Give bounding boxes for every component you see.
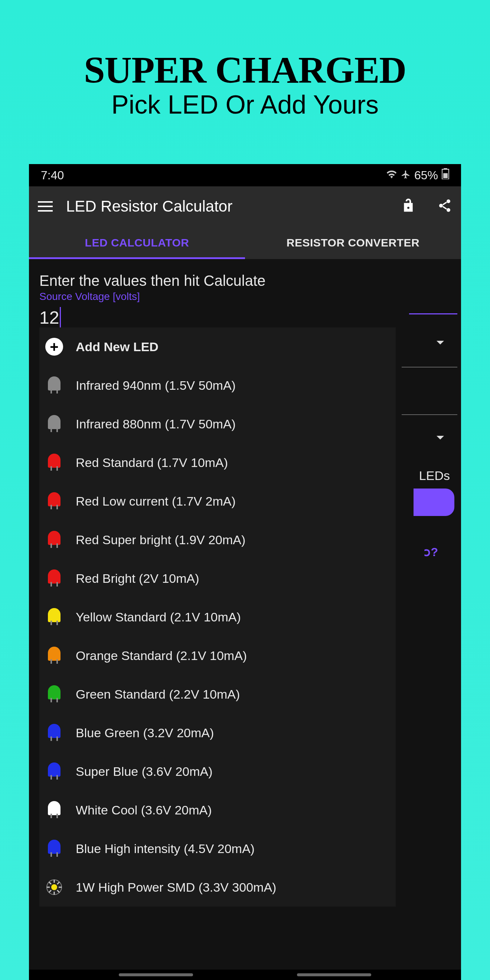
chevron-down-icon[interactable]: [436, 436, 444, 439]
led-option-label: Infrared 880nm (1.7V 50mA): [76, 417, 236, 431]
led-option-label: 1W High Power SMD (3.3V 300mA): [76, 880, 276, 895]
led-bulb-icon: [45, 415, 63, 433]
phone-frame: 7:40 65% LED Resistor Calculator LED CAL…: [29, 164, 461, 980]
led-option-label: Red Standard (1.7V 10mA): [76, 455, 228, 470]
led-option-label: Red Super bright (1.9V 20mA): [76, 533, 245, 547]
airplane-icon: [401, 169, 410, 182]
led-option-label: Green Standard (2.2V 10mA): [76, 687, 240, 702]
led-option[interactable]: Red Standard (1.7V 10mA): [39, 443, 396, 482]
smd-led-icon: [45, 878, 63, 896]
led-bulb-icon: [45, 376, 63, 394]
tab-led-calculator[interactable]: LED CALCULATOR: [29, 226, 245, 259]
led-option[interactable]: Yellow Standard (2.1V 10mA): [39, 598, 396, 636]
android-nav-bar: [29, 970, 461, 980]
plus-icon: +: [45, 338, 63, 356]
led-bulb-icon: [45, 801, 63, 819]
divider: [402, 367, 457, 368]
led-option-label: Infrared 940nm (1.5V 50mA): [76, 378, 236, 393]
battery-text: 65%: [414, 169, 438, 182]
led-option[interactable]: Red Low current (1.7V 2mA): [39, 482, 396, 520]
svg-point-3: [447, 199, 450, 203]
wifi-icon: [386, 169, 397, 182]
lock-icon[interactable]: [402, 197, 415, 215]
svg-point-7: [51, 884, 57, 890]
content-area: Enter the values then hit Calculate Sour…: [29, 259, 461, 980]
led-bulb-icon: [45, 647, 63, 665]
led-bulb-icon: [45, 531, 63, 549]
tabs: LED CALCULATOR RESISTOR CONVERTER: [29, 226, 461, 259]
led-option[interactable]: Orange Standard (2.1V 10mA): [39, 636, 396, 675]
help-link-fragment[interactable]: ɔ?: [424, 545, 438, 559]
share-icon[interactable]: [437, 198, 452, 215]
nav-pill[interactable]: [119, 973, 193, 976]
led-bulb-icon: [45, 453, 63, 471]
led-option-label: White Cool (3.6V 20mA): [76, 803, 212, 818]
status-time: 7:40: [41, 169, 64, 182]
led-option-label: Blue High intensity (4.5V 20mA): [76, 842, 255, 856]
promo-subtitle: Pick LED Or Add Yours: [111, 90, 379, 119]
status-bar: 7:40 65%: [29, 164, 461, 186]
led-option-label: Yellow Standard (2.1V 10mA): [76, 610, 241, 624]
leds-label-fragment: LEDs: [419, 468, 450, 483]
led-option[interactable]: Super Blue (3.6V 20mA): [39, 752, 396, 791]
add-new-led-button[interactable]: + Add New LED: [39, 328, 396, 366]
led-option-label: Red Bright (2V 10mA): [76, 571, 199, 586]
app-title: LED Resistor Calculator: [66, 197, 388, 215]
led-bulb-icon: [45, 724, 63, 742]
calculate-button-fragment[interactable]: [414, 488, 454, 516]
add-new-label: Add New LED: [76, 340, 159, 354]
led-option[interactable]: Infrared 940nm (1.5V 50mA): [39, 366, 396, 405]
tab-resistor-converter[interactable]: RESISTOR CONVERTER: [245, 226, 461, 259]
svg-point-5: [447, 208, 450, 212]
instruction-text: Enter the values then hit Calculate: [39, 272, 451, 289]
led-bulb-icon: [45, 840, 63, 858]
menu-icon[interactable]: [38, 201, 53, 212]
led-option[interactable]: Blue High intensity (4.5V 20mA): [39, 829, 396, 868]
led-option[interactable]: Red Super bright (1.9V 20mA): [39, 520, 396, 559]
led-option[interactable]: Green Standard (2.2V 10mA): [39, 675, 396, 713]
led-bulb-icon: [45, 762, 63, 780]
led-option[interactable]: Infrared 880nm (1.7V 50mA): [39, 405, 396, 443]
led-option-label: Blue Green (3.2V 20mA): [76, 726, 214, 740]
led-dropdown: + Add New LED Infrared 940nm (1.5V 50mA)…: [39, 328, 396, 907]
led-bulb-icon: [45, 685, 63, 703]
app-bar: LED Resistor Calculator: [29, 186, 461, 226]
led-bulb-icon: [45, 570, 63, 587]
svg-rect-2: [443, 173, 448, 178]
voltage-label: Source Voltage [volts]: [39, 291, 451, 302]
led-option-label: Super Blue (3.6V 20mA): [76, 764, 213, 779]
led-bulb-icon: [45, 492, 63, 510]
battery-icon: [442, 168, 449, 182]
led-option[interactable]: White Cool (3.6V 20mA): [39, 791, 396, 829]
led-option[interactable]: Blue Green (3.2V 20mA): [39, 713, 396, 752]
promo-title: SUPER CHARGED: [84, 48, 406, 92]
svg-point-4: [439, 204, 443, 207]
led-bulb-icon: [45, 608, 63, 626]
nav-pill[interactable]: [297, 973, 371, 976]
led-option[interactable]: Red Bright (2V 10mA): [39, 559, 396, 598]
led-option-label: Red Low current (1.7V 2mA): [76, 494, 236, 509]
divider: [402, 414, 457, 415]
voltage-input[interactable]: 12: [39, 307, 451, 328]
chevron-down-icon[interactable]: [436, 341, 444, 345]
led-option-label: Orange Standard (2.1V 10mA): [76, 649, 247, 663]
led-option[interactable]: 1W High Power SMD (3.3V 300mA): [39, 868, 396, 907]
